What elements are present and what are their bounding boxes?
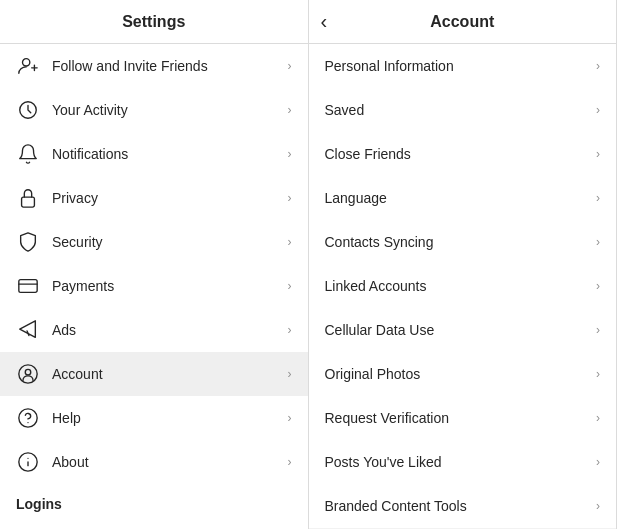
sidebar-item-about[interactable]: About ›: [0, 440, 308, 484]
chevron-right-icon: ›: [288, 147, 292, 161]
account-item-label-personal: Personal Information: [325, 58, 597, 74]
sidebar-item-label-about: About: [52, 454, 288, 470]
account-item-label-posts-liked: Posts You've Liked: [325, 454, 597, 470]
account-item-cellular[interactable]: Cellular Data Use ›: [309, 308, 617, 352]
sidebar-item-label-ads: Ads: [52, 322, 288, 338]
account-item-linked[interactable]: Linked Accounts ›: [309, 264, 617, 308]
clock-icon: [16, 98, 40, 122]
account-item-verification[interactable]: Request Verification ›: [309, 396, 617, 440]
sidebar-item-payments[interactable]: Payments ›: [0, 264, 308, 308]
chevron-right-icon: ›: [596, 499, 600, 513]
account-item-label-branded: Branded Content Tools: [325, 498, 597, 514]
left-panel-title: Settings: [122, 13, 185, 31]
sidebar-item-follow[interactable]: Follow and Invite Friends ›: [0, 44, 308, 88]
right-panel-title: Account: [430, 13, 494, 31]
account-item-language[interactable]: Language ›: [309, 176, 617, 220]
chevron-right-icon: ›: [596, 59, 600, 73]
chevron-right-icon: ›: [596, 323, 600, 337]
account-item-label-cellular: Cellular Data Use: [325, 322, 597, 338]
left-panel: Settings Follow and Invite Friends › You…: [0, 0, 309, 529]
sidebar-item-label-follow: Follow and Invite Friends: [52, 58, 288, 74]
chevron-right-icon: ›: [596, 455, 600, 469]
sidebar-item-ads[interactable]: Ads ›: [0, 308, 308, 352]
card-icon: [16, 274, 40, 298]
account-item-personal[interactable]: Personal Information ›: [309, 44, 617, 88]
chevron-right-icon: ›: [288, 191, 292, 205]
account-item-label-verification: Request Verification: [325, 410, 597, 426]
sidebar-item-label-activity: Your Activity: [52, 102, 288, 118]
chevron-right-icon: ›: [288, 411, 292, 425]
account-item-label-original-photos: Original Photos: [325, 366, 597, 382]
sidebar-item-help[interactable]: Help ›: [0, 396, 308, 440]
account-item-posts-liked[interactable]: Posts You've Liked ›: [309, 440, 617, 484]
shield-icon: [16, 230, 40, 254]
account-item-label-close-friends: Close Friends: [325, 146, 597, 162]
sidebar-item-label-notifications: Notifications: [52, 146, 288, 162]
sidebar-item-notifications[interactable]: Notifications ›: [0, 132, 308, 176]
chevron-right-icon: ›: [596, 191, 600, 205]
account-item-saved[interactable]: Saved ›: [309, 88, 617, 132]
left-panel-header: Settings: [0, 0, 308, 44]
account-item-label-contacts: Contacts Syncing: [325, 234, 597, 250]
sidebar-item-label-payments: Payments: [52, 278, 288, 294]
chevron-right-icon: ›: [288, 279, 292, 293]
chevron-right-icon: ›: [596, 103, 600, 117]
svg-point-0: [23, 59, 30, 66]
chevron-right-icon: ›: [288, 367, 292, 381]
sidebar-item-account[interactable]: Account ›: [0, 352, 308, 396]
lock-icon: [16, 186, 40, 210]
chevron-right-icon: ›: [288, 323, 292, 337]
person-circle-icon: [16, 362, 40, 386]
sidebar-item-login-info[interactable]: Login Info ›: [0, 516, 308, 529]
right-panel-header: ‹ Account: [309, 0, 617, 44]
svg-rect-3: [19, 280, 37, 293]
sidebar-item-activity[interactable]: Your Activity ›: [0, 88, 308, 132]
account-item-label-saved: Saved: [325, 102, 597, 118]
account-item-label-linked: Linked Accounts: [325, 278, 597, 294]
info-circle-icon: [16, 450, 40, 474]
sidebar-item-label-security: Security: [52, 234, 288, 250]
chevron-right-icon: ›: [596, 279, 600, 293]
right-panel: ‹ Account Personal Information › Saved ›…: [309, 0, 618, 529]
chevron-right-icon: ›: [288, 455, 292, 469]
account-item-branded[interactable]: Branded Content Tools ›: [309, 484, 617, 528]
sidebar-item-label-help: Help: [52, 410, 288, 426]
sidebar-item-label-account: Account: [52, 366, 288, 382]
chevron-right-icon: ›: [288, 103, 292, 117]
svg-point-6: [25, 369, 31, 375]
help-circle-icon: [16, 406, 40, 430]
chevron-right-icon: ›: [596, 147, 600, 161]
chevron-right-icon: ›: [596, 235, 600, 249]
chevron-right-icon: ›: [288, 235, 292, 249]
account-item-close-friends[interactable]: Close Friends ›: [309, 132, 617, 176]
bell-icon: [16, 142, 40, 166]
sidebar-item-security[interactable]: Security ›: [0, 220, 308, 264]
svg-rect-2: [22, 197, 35, 207]
chevron-right-icon: ›: [596, 411, 600, 425]
svg-point-7: [19, 409, 37, 427]
megaphone-icon: [16, 318, 40, 342]
back-icon[interactable]: ‹: [321, 10, 328, 33]
account-item-label-language: Language: [325, 190, 597, 206]
person-add-icon: [16, 54, 40, 78]
chevron-right-icon: ›: [288, 59, 292, 73]
sidebar-item-label-privacy: Privacy: [52, 190, 288, 206]
account-item-contacts[interactable]: Contacts Syncing ›: [309, 220, 617, 264]
svg-point-5: [19, 365, 37, 383]
chevron-right-icon: ›: [596, 367, 600, 381]
logins-section-label: Logins: [0, 484, 308, 516]
account-item-original-photos[interactable]: Original Photos ›: [309, 352, 617, 396]
sidebar-item-privacy[interactable]: Privacy ›: [0, 176, 308, 220]
